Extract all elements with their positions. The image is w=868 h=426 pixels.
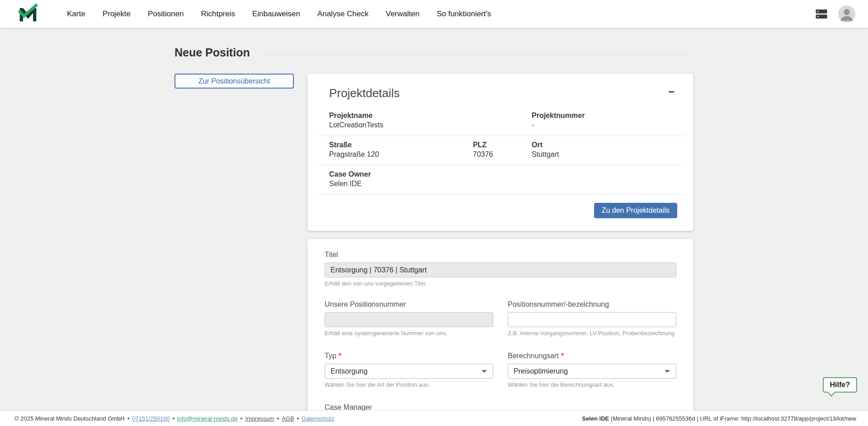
nav-item-verwalten[interactable]: Verwalten bbox=[386, 9, 420, 19]
berechnungsart-select[interactable]: Preisoptimierung bbox=[508, 364, 676, 379]
footer-links: © 2025 Mineral Minds Deutschland GmbH • … bbox=[14, 415, 335, 422]
position-form-card: Titel Erhält den von uns vorgegebenen Ti… bbox=[307, 239, 693, 426]
projektnummer-field: Projektnummer - bbox=[532, 112, 684, 129]
positionsnummer-helper: Erhält eine systemgenerierte Nummer von … bbox=[325, 330, 493, 337]
positionsbezeichnung-label: Positionsnummer/-bezeichnung bbox=[508, 300, 676, 309]
page-title: Neue Position bbox=[175, 46, 250, 59]
typ-select[interactable]: Entsorgung bbox=[325, 364, 493, 379]
projektname-value: LotCreationTests bbox=[329, 121, 532, 129]
strasse-field: Straße Pragstraße 120 bbox=[329, 141, 473, 159]
positionsnummer-input bbox=[325, 312, 493, 327]
email-link[interactable]: info@mineral-minds.de bbox=[177, 415, 238, 422]
nav-item-projekte[interactable]: Projekte bbox=[103, 9, 131, 19]
projektname-label: Projektname bbox=[329, 112, 532, 120]
typ-label: Typ* bbox=[325, 352, 493, 360]
plz-value: 70376 bbox=[473, 150, 532, 159]
required-marker: * bbox=[339, 352, 341, 360]
project-row-2: Straße Pragstraße 120 PLZ 70376 Ort Stut… bbox=[316, 136, 684, 165]
titel-field: Titel Erhält den von uns vorgegebenen Ti… bbox=[325, 251, 676, 287]
projektnummer-value: - bbox=[532, 121, 684, 129]
titel-helper: Erhält den von uns vorgegebenen Titel. bbox=[325, 280, 676, 287]
chevron-down-icon bbox=[481, 370, 487, 373]
plz-field: PLZ 70376 bbox=[473, 141, 532, 159]
mineral-minds-logo-icon bbox=[18, 3, 38, 25]
positionsbezeichnung-helper: Z.B. Interne-Vorgangsnummer, LV-Position… bbox=[508, 330, 676, 337]
berechnungsart-helper: Wählen Sie hier die Berechnungsart aus. bbox=[508, 381, 676, 388]
positionsnummer-label: Unsere Positionsnummer bbox=[325, 300, 493, 309]
titel-label: Titel bbox=[325, 251, 676, 259]
project-row-1: Projektname LotCreationTests Projektnumm… bbox=[316, 107, 684, 136]
footer: © 2025 Mineral Minds Deutschland GmbH • … bbox=[0, 411, 868, 426]
server-icon[interactable] bbox=[815, 7, 828, 21]
strasse-label: Straße bbox=[329, 141, 473, 149]
nav-item-richtpreis[interactable]: Richtpreis bbox=[201, 9, 235, 19]
projektname-field: Projektname LotCreationTests bbox=[329, 112, 532, 129]
footer-separator: • bbox=[127, 415, 130, 422]
berechnungsart-select-value: Preisoptimierung bbox=[514, 367, 568, 375]
help-button[interactable]: Hilfe? bbox=[823, 377, 857, 393]
ort-field: Ort Stuttgart bbox=[532, 141, 684, 159]
user-avatar[interactable] bbox=[838, 5, 855, 23]
project-details-card: Projektdetails − Projektname LotCreation… bbox=[307, 74, 693, 231]
case-owner-label: Case Owner bbox=[329, 170, 684, 178]
back-to-positions-button[interactable]: Zur Positionsübersicht bbox=[175, 74, 294, 89]
session-details: (Mineral Minds) | 69576255536d | URL of … bbox=[609, 415, 856, 422]
phone-link[interactable]: 07151/250100 bbox=[132, 415, 170, 422]
positionsnummer-field: Unsere Positionsnummer Erhält eine syste… bbox=[325, 300, 493, 337]
strasse-value: Pragstraße 120 bbox=[329, 150, 473, 159]
title-divider bbox=[259, 55, 693, 55]
nav-item-karte[interactable]: Karte bbox=[67, 9, 85, 19]
required-marker: * bbox=[561, 352, 564, 360]
session-owner: Selen IDE bbox=[582, 415, 609, 422]
case-owner-field: Case Owner Selen IDE bbox=[329, 170, 684, 188]
footer-session-info: Selen IDE (Mineral Minds) | 69576255536d… bbox=[582, 415, 856, 422]
nav-item-einbauweisen[interactable]: Einbauweisen bbox=[252, 9, 300, 19]
titel-input bbox=[325, 262, 676, 277]
berechnungsart-field: Berechnungsart* Preisoptimierung Wählen … bbox=[508, 352, 676, 388]
footer-separator: • bbox=[172, 415, 175, 422]
help-button-label: Hilfe? bbox=[830, 381, 850, 389]
nav-item-analyse-check[interactable]: Analyse Check bbox=[317, 9, 368, 19]
impressum-link[interactable]: Impressum bbox=[245, 415, 274, 422]
plz-label: PLZ bbox=[473, 141, 532, 149]
go-to-project-details-button[interactable]: Zu den Projektdetails bbox=[594, 203, 677, 218]
footer-separator: • bbox=[297, 415, 299, 422]
positionsbezeichnung-input[interactable] bbox=[508, 312, 676, 327]
positionsbezeichnung-field: Positionsnummer/-bezeichnung Z.B. Intern… bbox=[508, 300, 676, 337]
project-row-3: Case Owner Selen IDE bbox=[316, 165, 684, 195]
datenschutz-link[interactable]: Datenschutz bbox=[302, 415, 334, 422]
project-details-title: Projektdetails bbox=[329, 86, 400, 100]
copyright-text: © 2025 Mineral Minds Deutschland GmbH bbox=[14, 415, 125, 422]
main-nav: Karte Projekte Positionen Richtpreis Ein… bbox=[67, 9, 491, 19]
page-header: Neue Position bbox=[175, 46, 693, 59]
typ-helper: Wählen Sie hier die Art der Position aus… bbox=[325, 381, 493, 388]
ort-value: Stuttgart bbox=[532, 150, 684, 159]
nav-right-actions bbox=[815, 5, 855, 23]
agb-link[interactable]: AGB bbox=[282, 415, 294, 422]
app-logo[interactable] bbox=[18, 3, 38, 25]
chevron-down-icon bbox=[665, 370, 670, 373]
ort-label: Ort bbox=[532, 141, 684, 149]
case-owner-value: Selen IDE bbox=[329, 180, 684, 188]
typ-field: Typ* Entsorgung Wählen Sie hier die Art … bbox=[325, 352, 493, 388]
typ-select-value: Entsorgung bbox=[330, 367, 368, 375]
project-details-body: Projektname LotCreationTests Projektnumm… bbox=[316, 107, 684, 195]
footer-separator: • bbox=[277, 415, 279, 422]
top-nav: Karte Projekte Positionen Richtpreis Ein… bbox=[0, 0, 868, 28]
footer-separator: • bbox=[241, 415, 243, 422]
projektnummer-label: Projektnummer bbox=[532, 112, 684, 120]
collapse-card-button[interactable]: − bbox=[666, 86, 676, 97]
main-content: Neue Position Zur Positionsübersicht Pro… bbox=[0, 28, 868, 426]
berechnungsart-label: Berechnungsart* bbox=[508, 352, 676, 360]
nav-item-so-funktionierts[interactable]: So funktioniert's bbox=[437, 9, 491, 19]
nav-item-positionen[interactable]: Positionen bbox=[148, 9, 184, 19]
